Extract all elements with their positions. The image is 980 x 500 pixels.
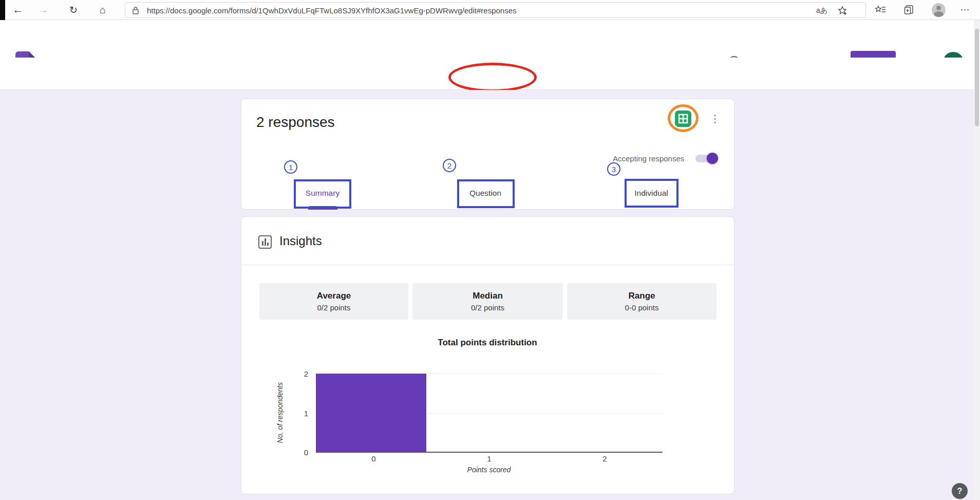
stat-range-label: Range — [629, 291, 655, 301]
chart-ylabel: No. of respondents — [276, 382, 284, 443]
insights-title: Insights — [279, 234, 322, 248]
forward-icon[interactable]: → — [34, 1, 52, 18]
chart-x-tick: 2 — [547, 454, 663, 463]
stat-average-value: 0/2 points — [317, 303, 350, 312]
chart-y-axis: 210 — [288, 374, 308, 452]
home-icon[interactable]: ⌂ — [94, 1, 111, 18]
responses-more-icon[interactable]: ⋮ — [709, 112, 721, 125]
toggle-thumb — [707, 153, 718, 164]
stat-average-label: Average — [317, 291, 351, 301]
collections-icon[interactable] — [901, 2, 917, 17]
form-tab-bar: Questions Responses 2 Settings Total poi… — [0, 58, 980, 90]
browser-menu-icon[interactable]: ⋯ — [957, 2, 973, 17]
insights-divider — [241, 265, 734, 265]
window-edge — [0, 0, 5, 20]
chart-xlabel: Points scored — [467, 466, 511, 474]
scrollbar-thumb[interactable] — [975, 29, 979, 126]
add-favorite-icon[interactable] — [836, 5, 849, 16]
active-subtab-indicator — [308, 206, 337, 210]
chart-plot — [316, 374, 663, 452]
forms-header: Blank Quiz ↶ ↷ Send ⋮ M — [0, 20, 980, 58]
stat-median-value: 0/2 points — [471, 303, 504, 312]
help-button[interactable]: ? — [952, 483, 968, 499]
responses-count-title: 2 responses — [256, 114, 335, 131]
chart-title: Total points distribution — [438, 338, 537, 348]
subtab-question[interactable]: Question — [469, 189, 501, 198]
favorites-icon[interactable] — [873, 2, 888, 17]
chart-x-tick: 1 — [431, 454, 547, 463]
stat-range: Range 0-0 points — [567, 283, 717, 320]
back-icon[interactable]: ← — [9, 1, 27, 18]
stat-range-value: 0-0 points — [625, 303, 659, 312]
chart-y-tick: 0 — [304, 448, 308, 457]
address-bar[interactable]: https://docs.google.com/forms/d/1QwhDxVd… — [125, 2, 866, 18]
accepting-responses-label: Accepting responses — [613, 154, 684, 163]
lock-icon — [132, 6, 139, 16]
browser-profile-avatar[interactable] — [931, 2, 946, 17]
chart-bar — [316, 374, 426, 452]
refresh-icon[interactable]: ↻ — [65, 1, 82, 18]
chart-x-axis: 012 — [316, 454, 663, 463]
chart-y-tick: 2 — [304, 369, 308, 378]
browser-toolbar: ← → ↻ ⌂ https://docs.google.com/forms/d/… — [0, 0, 980, 20]
subtab-summary[interactable]: Summary — [306, 189, 340, 198]
stat-average: Average 0/2 points — [259, 283, 408, 320]
accepting-responses-toggle[interactable] — [695, 155, 717, 162]
view-in-sheets-icon[interactable] — [675, 110, 691, 127]
translate-icon[interactable]: aあ — [815, 5, 828, 16]
url-text: https://docs.google.com/forms/d/1QwhDxVd… — [147, 6, 517, 15]
chart-y-tick: 1 — [304, 409, 308, 417]
insights-chart-icon — [258, 235, 272, 251]
subtab-individual[interactable]: Individual — [634, 189, 668, 198]
chart-x-tick: 0 — [316, 454, 431, 463]
stat-median: Median 0/2 points — [412, 283, 563, 320]
stat-median-label: Median — [473, 291, 503, 301]
